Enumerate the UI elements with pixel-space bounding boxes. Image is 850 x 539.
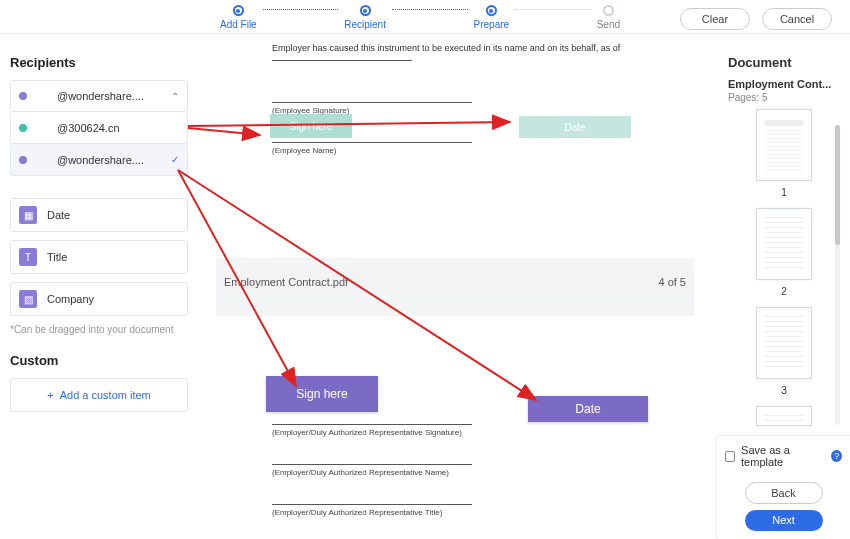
document-page[interactable]: Sign here Date (Employer/Duly Authorized…	[216, 316, 694, 533]
date-tag[interactable]: Date	[528, 396, 648, 422]
save-as-template-checkbox[interactable]: Save as a template ?	[725, 444, 842, 468]
recipient-row[interactable]: @wondershare.... ⌃	[10, 80, 188, 112]
page-thumbnail[interactable]	[756, 208, 812, 280]
back-button[interactable]: Back	[745, 482, 823, 504]
page-indicator-bar: Employment Contract.pdf 4 of 5	[216, 270, 694, 294]
field-caption: (Employer/Duly Authorized Representative…	[272, 428, 462, 437]
thumbnails-panel: Document Employment Cont... Pages: 5 1 2…	[728, 55, 840, 426]
step-connector	[392, 9, 468, 10]
thumbnail-number: 2	[781, 286, 787, 297]
step-dot	[603, 5, 614, 16]
header-actions: Clear Cancel	[680, 8, 832, 30]
draggable-field-title[interactable]: T Title	[10, 240, 188, 274]
step-dot	[486, 5, 497, 16]
thumbnail-list: 1 2 3	[728, 109, 840, 426]
add-custom-label: Add a custom item	[60, 389, 151, 401]
draggable-field-company[interactable]: ▧ Company	[10, 282, 188, 316]
next-button[interactable]: Next	[745, 510, 823, 531]
blank-line	[272, 60, 412, 61]
step-send: Send	[597, 5, 620, 30]
field-caption: (Employee Name)	[272, 146, 336, 155]
add-custom-item-button[interactable]: + Add a custom item	[10, 378, 188, 412]
save-template-label: Save as a template	[741, 444, 825, 468]
step-label: Add File	[220, 19, 257, 30]
clear-button[interactable]: Clear	[680, 8, 750, 30]
recipient-row[interactable]: @wondershare.... ✓	[10, 144, 188, 176]
step-label: Recipient	[344, 19, 386, 30]
recipient-color-dot	[19, 124, 27, 132]
step-dot	[360, 5, 371, 16]
draggable-field-date[interactable]: ▦ Date	[10, 198, 188, 232]
step-dot	[233, 5, 244, 16]
scrollbar-thumb[interactable]	[835, 125, 840, 245]
step-add-file[interactable]: Add File	[220, 5, 257, 30]
thumbnail-pages-count: Pages: 5	[728, 92, 840, 103]
header: Add File Recipient Prepare Send Clear Ca…	[0, 0, 850, 34]
date-tag[interactable]: Date	[519, 116, 631, 138]
page-thumbnail[interactable]	[756, 406, 812, 426]
recipient-row[interactable]: @300624.cn	[10, 112, 188, 144]
document-canvas[interactable]: Employer has caused this instrument to b…	[216, 36, 694, 533]
title-line	[272, 504, 472, 505]
recipient-email: @wondershare....	[57, 90, 171, 102]
signature-line	[272, 102, 472, 103]
chevron-up-icon: ⌃	[171, 91, 179, 102]
field-label: Date	[47, 209, 70, 221]
cancel-button[interactable]: Cancel	[762, 8, 832, 30]
name-line	[272, 464, 472, 465]
page-counter: 4 of 5	[658, 276, 686, 288]
company-icon: ▧	[19, 290, 37, 308]
field-caption: (Employer/Duly Authorized Representative…	[272, 468, 449, 477]
step-label: Send	[597, 19, 620, 30]
sign-here-tag[interactable]: Sign here	[266, 376, 378, 412]
page-thumbnail[interactable]	[756, 109, 812, 181]
thumbnail-scrollbar[interactable]	[835, 125, 840, 425]
check-icon: ✓	[171, 154, 179, 165]
thumbnail-number: 3	[781, 385, 787, 396]
paragraph-text: Employer has caused this instrument to b…	[272, 42, 654, 56]
document-page[interactable]: Employer has caused this instrument to b…	[216, 36, 694, 258]
title-icon: T	[19, 248, 37, 266]
recipient-email: @300624.cn	[57, 122, 179, 134]
date-icon: ▦	[19, 206, 37, 224]
page-thumbnail[interactable]	[756, 307, 812, 379]
step-prepare[interactable]: Prepare	[474, 5, 510, 30]
recipient-email: @wondershare....	[57, 154, 171, 166]
drag-hint-text: *Can be dragged into your document	[10, 324, 188, 335]
name-line	[272, 142, 472, 143]
sign-here-tag[interactable]: Sign here	[270, 114, 352, 138]
step-connector	[263, 9, 339, 10]
field-label: Title	[47, 251, 67, 263]
thumbnail-number: 1	[781, 187, 787, 198]
step-label: Prepare	[474, 19, 510, 30]
recipients-heading: Recipients	[10, 55, 188, 70]
signature-line	[272, 424, 472, 425]
checkbox-icon[interactable]	[725, 451, 735, 462]
footer-actions: Save as a template ? Back Next	[716, 435, 850, 539]
field-label: Company	[47, 293, 94, 305]
recipient-color-dot	[19, 92, 27, 100]
document-filename: Employment Contract.pdf	[224, 276, 348, 288]
step-connector	[515, 9, 591, 10]
custom-heading: Custom	[10, 353, 188, 368]
recipient-color-dot	[19, 156, 27, 164]
help-icon[interactable]: ?	[831, 450, 842, 462]
thumbnail-doc-name: Employment Cont...	[728, 78, 840, 90]
step-recipient[interactable]: Recipient	[344, 5, 386, 30]
field-caption: (Employer/Duly Authorized Representative…	[272, 508, 442, 517]
progress-stepper: Add File Recipient Prepare Send	[220, 5, 620, 30]
left-sidebar: Recipients @wondershare.... ⌃ @300624.cn…	[10, 55, 188, 412]
plus-icon: +	[47, 389, 53, 401]
document-heading: Document	[728, 55, 840, 70]
